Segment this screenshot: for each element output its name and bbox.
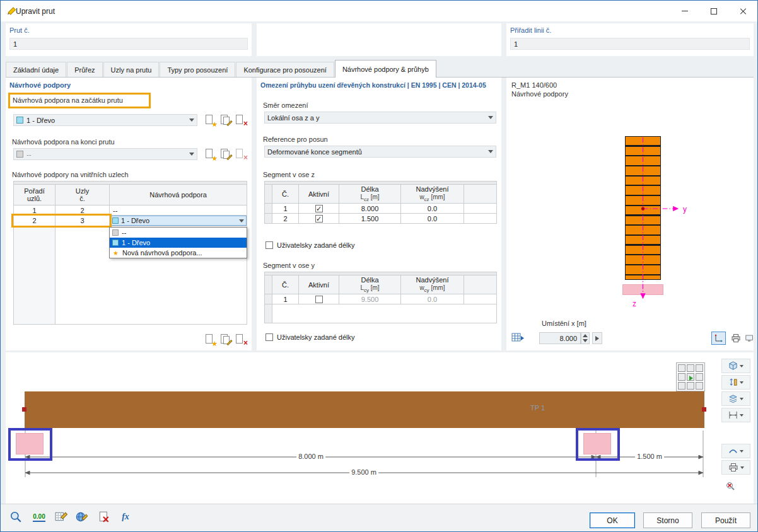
row2-support-combobox[interactable]: 1 - Dřevo: [110, 216, 247, 226]
column-header-length: DélkaLcy [m]: [339, 275, 401, 294]
tab-konfigurace-pro-posouzeni[interactable]: Konfigurace pro posouzení: [236, 62, 334, 77]
graphics-area[interactable]: TP 1 8.000 m 1.500 m 9.500 m: [6, 352, 754, 504]
member-type-label: TP 1: [530, 404, 545, 412]
axes-marker-icon: [689, 376, 693, 381]
clear-view-button[interactable]: [721, 478, 739, 493]
position-step-forward-button[interactable]: [592, 332, 602, 344]
end-node-marker[interactable]: [702, 407, 706, 412]
tab-prurez[interactable]: Průřez: [67, 62, 102, 77]
edit-support-button[interactable]: [219, 148, 231, 160]
result-curve-button[interactable]: [721, 444, 750, 458]
user-lengths-z-checkbox[interactable]: [265, 241, 273, 249]
table-empty-area: [265, 304, 497, 323]
dimension-layer: [6, 352, 754, 505]
start-support-highlight: [8, 428, 52, 461]
apply-button[interactable]: Použít: [701, 512, 750, 528]
layers-button[interactable]: [721, 391, 750, 406]
table-edit-button[interactable]: [219, 333, 231, 345]
edit-table-button[interactable]: [52, 508, 70, 526]
tab-navrhove-podpory-pruhyb[interactable]: Návrhové podpory & průhyb: [335, 60, 436, 78]
close-button[interactable]: [728, 1, 757, 21]
segment-z-row-2[interactable]: 2 ✓ 1.500 0.0: [265, 214, 497, 224]
chevron-down-icon: [488, 150, 493, 153]
segment-y-label: Segment v ose y: [263, 262, 315, 269]
close-icon: [739, 8, 747, 15]
chevron-down-icon: [189, 119, 194, 122]
tab-uzly-na-prutu[interactable]: Uzly na prutu: [103, 62, 160, 77]
tab-typy-pro-posouzeni[interactable]: Typy pro posouzení: [160, 62, 235, 77]
position-x-label: Umístění x [m]: [542, 320, 586, 327]
table-new-button[interactable]: ★: [204, 333, 216, 345]
minimize-button[interactable]: [670, 1, 699, 21]
chevron-down-icon: [740, 450, 743, 453]
app-icon: [6, 6, 16, 16]
segment-y-row-1[interactable]: 1 9.500 0.0: [265, 294, 497, 304]
direction-combobox[interactable]: Lokální osa z a y: [264, 112, 496, 124]
tab-zakladni-udaje[interactable]: Základní údaje: [6, 62, 66, 77]
new-support-button[interactable]: ★: [204, 148, 216, 160]
dropdown-option-new[interactable]: ★Nová návrhová podpora...: [110, 248, 247, 258]
decimal-places-button[interactable]: 0.00: [28, 508, 50, 526]
new-support-button[interactable]: ★: [204, 114, 216, 126]
print-button[interactable]: [721, 460, 750, 475]
user-lengths-y-label: Uživatelsky zadané délky: [277, 333, 355, 341]
edit-global-button[interactable]: [73, 508, 90, 526]
internal-supports-label: Návrhové podpory na vnitřních uzlech: [12, 171, 129, 178]
printer-icon: [731, 333, 741, 343]
active-checkbox[interactable]: ✓: [315, 205, 323, 212]
table-delete-button[interactable]: ×: [234, 333, 247, 345]
end-support-value: --: [26, 151, 31, 158]
material-color-icon: [112, 240, 119, 246]
formula-button[interactable]: fx: [117, 508, 134, 526]
monitor-icon: [745, 333, 754, 343]
view-mode-button[interactable]: [721, 359, 750, 373]
end-support-combobox[interactable]: --: [13, 148, 197, 160]
sync-table-button[interactable]: [511, 332, 527, 345]
window-controls: [670, 1, 757, 21]
direction-label: Směr omezení: [263, 101, 308, 109]
member-number-section: Prut č. 1: [6, 23, 252, 56]
start-node-marker[interactable]: [22, 407, 26, 412]
show-axes-button[interactable]: [711, 332, 726, 345]
dimension-total-label: 9.500 m: [349, 468, 378, 476]
position-x-stepper[interactable]: [581, 332, 590, 344]
segment-z-row-1[interactable]: 1 ✓ 8.000 0.0: [265, 204, 497, 214]
dropdown-option-drevo[interactable]: 1 - Dřevo: [110, 238, 247, 248]
column-header-order: Pořadíuzlů.: [14, 185, 55, 205]
maximize-button[interactable]: [699, 1, 728, 21]
curve-icon: [728, 446, 738, 456]
assign-line-input[interactable]: 1: [510, 38, 750, 50]
user-lengths-y-checkbox[interactable]: [265, 333, 273, 341]
print-preview-button[interactable]: [728, 332, 743, 345]
position-x-value: 8.000: [559, 335, 577, 342]
delete-support-button[interactable]: ×: [234, 114, 247, 126]
edit-support-button[interactable]: [219, 114, 231, 126]
design-supports-panel: Návrhové podpory Návrhová podpora na zač…: [6, 78, 252, 350]
active-checkbox[interactable]: ✓: [315, 215, 323, 223]
position-x-input[interactable]: 8.000: [539, 332, 581, 344]
column-header-no: Č.: [272, 275, 299, 294]
preview-subtitle: Návrhové podpory: [511, 90, 568, 98]
table-sync-icon: [511, 332, 525, 344]
ok-button[interactable]: OK: [590, 512, 635, 528]
member-beam[interactable]: [25, 391, 704, 428]
deflection-title: Omezení průhybu uzení dřevěných konstruk…: [260, 81, 486, 89]
dimensions-button[interactable]: [721, 408, 750, 422]
projection-button[interactable]: [721, 375, 750, 390]
column-header-active: Aktivní: [299, 275, 339, 294]
delete-support-button[interactable]: ×: [234, 148, 247, 160]
active-checkbox[interactable]: [315, 296, 323, 303]
member-number-value: 1: [13, 40, 17, 48]
delete-all-button[interactable]: [95, 508, 113, 526]
dropdown-option-none[interactable]: --: [110, 228, 247, 238]
navigation-cube[interactable]: [676, 362, 705, 391]
clipped-toolbar-button[interactable]: [745, 332, 754, 345]
titlebar: Upravit prut: [1, 1, 757, 21]
cancel-button[interactable]: Storno: [643, 512, 692, 528]
reference-combobox[interactable]: Deformované konce segmentů: [264, 146, 496, 158]
direction-value: Lokální osa z a y: [267, 114, 320, 122]
find-button[interactable]: [7, 508, 25, 526]
member-number-input[interactable]: 1: [9, 38, 248, 50]
segment-z-label: Segment v ose z: [263, 171, 315, 178]
start-support-combobox[interactable]: 1 - Dřevo: [13, 114, 197, 126]
